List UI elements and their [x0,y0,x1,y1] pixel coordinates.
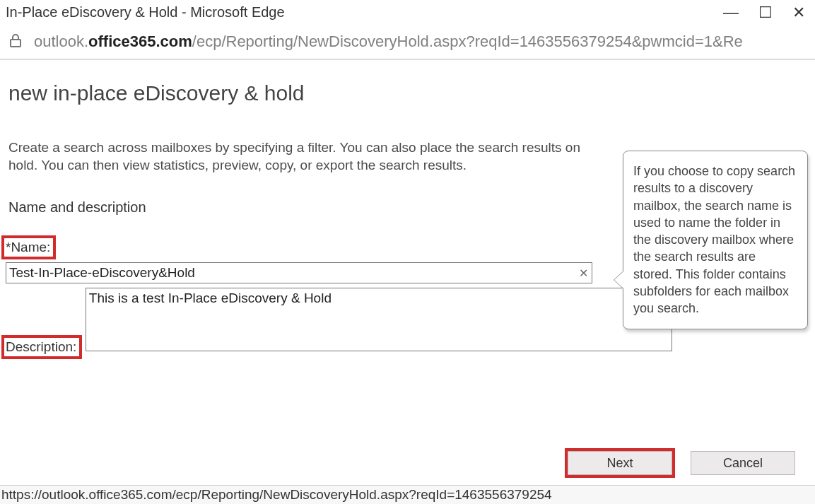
minimize-icon[interactable]: — [723,5,739,20]
address-bar: outlook.office365.com/ecp/Reporting/NewD… [0,28,815,60]
name-input[interactable] [6,262,592,283]
close-icon[interactable]: ✕ [792,5,805,20]
lock-icon [7,32,24,52]
cancel-button[interactable]: Cancel [691,451,795,475]
name-input-wrap: ✕ [6,262,592,283]
help-tooltip: If you choose to copy search results to … [623,151,808,329]
page-title: new in-place eDiscovery & hold [8,81,808,105]
page-content: new in-place eDiscovery & hold Create a … [0,60,815,359]
url-prefix: outlook. [34,33,88,50]
url-path: /ecp/Reporting/NewDiscoveryHold.aspx?req… [192,33,743,50]
window-titlebar: In-Place eDiscovery & Hold - Microsoft E… [0,0,815,28]
intro-text: Create a search across mailboxes by spec… [8,139,588,174]
url-host: office365.com [88,33,192,50]
description-input[interactable]: This is a test In-Place eDiscovery & Hol… [86,288,672,351]
tooltip-pointer-icon [614,271,623,288]
window-title: In-Place eDiscovery & Hold - Microsoft E… [6,4,285,20]
description-label-highlight: Description: [1,335,82,359]
window-controls: — ☐ ✕ [723,5,805,20]
next-button-highlight: Next [565,448,675,478]
clear-input-icon[interactable]: ✕ [579,266,588,280]
status-bar: https://outlook.office365.com/ecp/Report… [0,485,815,504]
maximize-icon[interactable]: ☐ [758,5,773,20]
name-label: *Name: [4,238,53,257]
button-row: Next Cancel [565,448,795,478]
svg-rect-0 [11,40,20,47]
description-label: Description: [4,338,79,356]
url-text[interactable]: outlook.office365.com/ecp/Reporting/NewD… [34,33,743,51]
name-label-highlight: *Name: [1,235,56,259]
next-button[interactable]: Next [568,451,672,475]
tooltip-text: If you choose to copy search results to … [633,164,795,315]
